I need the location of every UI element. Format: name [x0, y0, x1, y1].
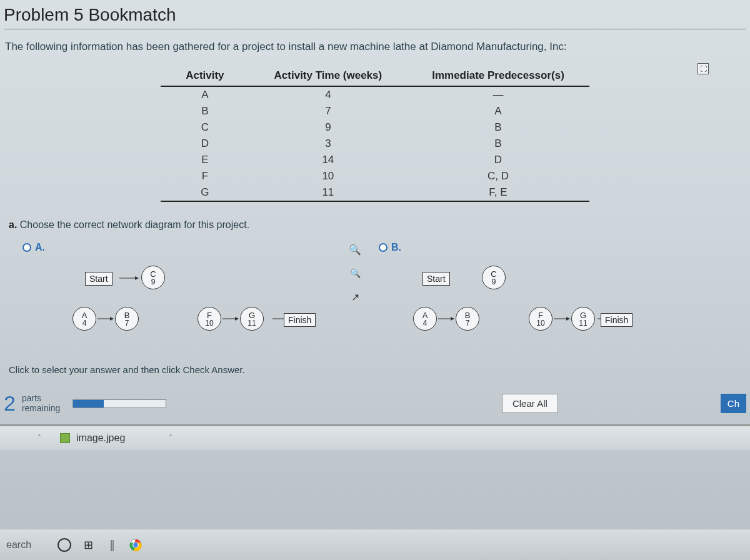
fullscreen-icon[interactable]: ⛶ — [698, 63, 709, 74]
task-view-icon[interactable]: ⊞ — [79, 536, 98, 554]
col-activity: Activity — [161, 67, 249, 86]
node-start: Start — [85, 272, 112, 286]
separator-icon: ‖ — [102, 536, 121, 554]
node-b: B7 — [115, 307, 139, 331]
node-start-b: Start — [422, 272, 450, 286]
node-f: F10 — [198, 307, 221, 331]
svg-point-8 — [133, 542, 138, 547]
table-row: B7A — [161, 103, 589, 119]
chevron-up-icon-2[interactable]: ˄ — [131, 434, 185, 442]
chrome-icon[interactable] — [126, 536, 145, 554]
open-file-row[interactable]: ˄ image.jpeg ˄ — [0, 426, 750, 450]
zoom-in-icon[interactable]: 🔍 — [348, 242, 362, 257]
node-c-b: C9 — [482, 266, 506, 289]
progress-bar — [72, 399, 166, 408]
node-f-b: F10 — [529, 307, 552, 331]
table-row: A4— — [161, 86, 589, 103]
radio-a-label: A. — [35, 242, 45, 253]
option-b[interactable]: B. Start C9 A4 B7 F10 G11 Finish — [379, 242, 616, 347]
node-a: A4 — [72, 307, 96, 331]
page-title: Problem 5 Bookmatch — [4, 0, 746, 29]
activity-table: Activity Activity Time (weeks) Immediate… — [161, 67, 589, 202]
diagram-a: Start C9 A4 B7 F10 G11 Finish — [22, 259, 335, 347]
check-answer-button[interactable]: Ch — [721, 394, 746, 413]
clear-all-button[interactable]: Clear All — [502, 394, 558, 413]
table-row: F10C, D — [161, 168, 589, 184]
parts-line2: remaining — [22, 404, 60, 413]
instruction-text: Click to select your answer and then cli… — [9, 364, 746, 375]
problem-intro: The following information has been gathe… — [4, 41, 746, 53]
cortana-icon[interactable] — [55, 536, 74, 554]
option-a[interactable]: A. Start C9 A4 B7 F10 G11 Finish — [22, 242, 335, 347]
taskbar-search[interactable]: earch — [4, 539, 50, 551]
table-row: C9B — [161, 119, 589, 136]
table-row: D3B — [161, 136, 589, 152]
node-finish: Finish — [284, 313, 316, 327]
popout-icon[interactable]: ↗ — [348, 289, 362, 304]
table-row: G11F, E — [161, 184, 589, 201]
radio-b[interactable] — [379, 243, 388, 252]
node-g-b: G11 — [571, 307, 595, 331]
node-finish-b: Finish — [601, 313, 632, 327]
parts-count: 2 — [4, 391, 16, 416]
col-time: Activity Time (weeks) — [249, 67, 408, 86]
node-a-b: A4 — [413, 307, 437, 331]
node-g: G11 — [240, 307, 264, 331]
chevron-up-icon[interactable]: ˄ — [25, 434, 54, 442]
question-text: Choose the correct network diagram for t… — [20, 219, 249, 230]
node-c: C9 — [141, 266, 165, 289]
node-b-b: B7 — [456, 307, 479, 331]
zoom-out-icon[interactable]: 🔍 — [348, 266, 362, 281]
file-name: image.jpeg — [76, 432, 125, 444]
radio-b-label: B. — [391, 242, 401, 253]
parts-remaining: 2 parts remaining — [4, 391, 166, 416]
windows-taskbar: earch ⊞ ‖ — [0, 529, 750, 560]
parts-line1: parts — [22, 394, 60, 403]
diagram-b: Start C9 A4 B7 F10 G11 Finish — [379, 259, 616, 347]
image-file-icon — [60, 433, 70, 443]
question-prefix: a. — [9, 219, 17, 230]
question-a: a. Choose the correct network diagram fo… — [9, 219, 746, 231]
table-row: E14D — [161, 152, 589, 168]
col-pred: Immediate Predecessor(s) — [407, 67, 589, 86]
radio-a[interactable] — [22, 243, 31, 252]
